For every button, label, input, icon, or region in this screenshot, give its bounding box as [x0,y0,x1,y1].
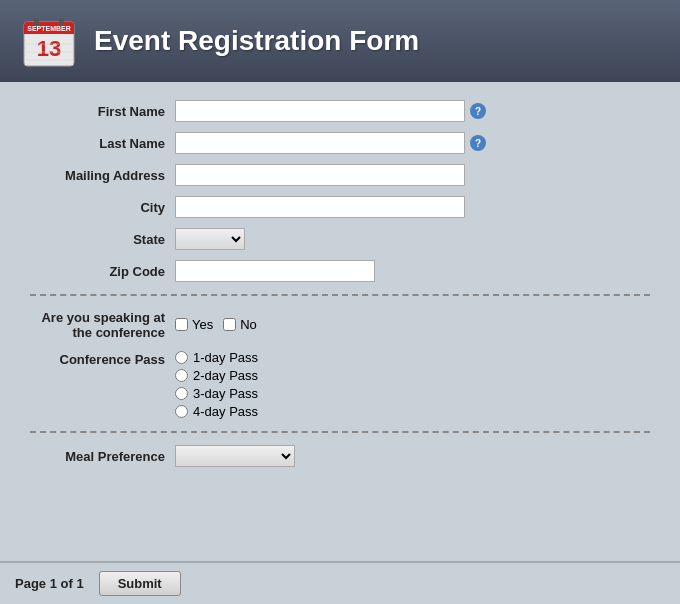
last-name-row: Last Name ? [30,132,650,154]
pass-1day-label[interactable]: 1-day Pass [175,350,258,365]
speaking-no-text: No [240,317,257,332]
city-row: City [30,196,650,218]
svg-text:SEPTEMBER: SEPTEMBER [27,25,71,32]
divider-2 [30,431,650,433]
conference-pass-row: Conference Pass 1-day Pass 2-day Pass 3-… [30,350,650,419]
speaking-yes-text: Yes [192,317,213,332]
pass-1day-text: 1-day Pass [193,350,258,365]
pass-3day-radio[interactable] [175,387,188,400]
state-select[interactable]: ALAKAZARCACOCTDEFLGAHIIDILINIAKSKYLAMEMD… [175,228,245,250]
calendar-icon: SEPTEMBER 13 [20,12,78,70]
meal-preference-row: Meal Preference VegetarianVeganStandardG… [30,445,650,467]
pass-4day-radio[interactable] [175,405,188,418]
conference-pass-label: Conference Pass [30,350,175,367]
zip-code-input[interactable] [175,260,375,282]
last-name-input[interactable] [175,132,465,154]
speaking-row: Are you speaking atthe conference Yes No [30,308,650,340]
pass-4day-text: 4-day Pass [193,404,258,419]
svg-text:13: 13 [37,36,61,61]
first-name-row: First Name ? [30,100,650,122]
page-footer: Page 1 of 1 Submit [0,561,680,604]
divider-1 [30,294,650,296]
submit-button[interactable]: Submit [99,571,181,596]
zip-code-label: Zip Code [30,264,175,279]
pass-1day-radio[interactable] [175,351,188,364]
pass-2day-label[interactable]: 2-day Pass [175,368,258,383]
page-title: Event Registration Form [94,25,419,57]
zip-code-row: Zip Code [30,260,650,282]
speaking-no-checkbox[interactable] [223,318,236,331]
mailing-address-label: Mailing Address [30,168,175,183]
conference-pass-radio-group: 1-day Pass 2-day Pass 3-day Pass 4-day P… [175,350,258,419]
last-name-label: Last Name [30,136,175,151]
pass-4day-label[interactable]: 4-day Pass [175,404,258,419]
page-info: Page 1 of 1 [15,576,84,591]
form-container: First Name ? Last Name ? Mailing Address… [0,82,680,561]
mailing-address-input[interactable] [175,164,465,186]
meal-preference-label: Meal Preference [30,449,175,464]
meal-preference-select[interactable]: VegetarianVeganStandardGluten-free [175,445,295,467]
pass-2day-radio[interactable] [175,369,188,382]
first-name-help-icon[interactable]: ? [470,103,486,119]
page-header: SEPTEMBER 13 Event Registration Form [0,0,680,82]
pass-3day-text: 3-day Pass [193,386,258,401]
pass-2day-text: 2-day Pass [193,368,258,383]
mailing-address-row: Mailing Address [30,164,650,186]
state-row: State ALAKAZARCACOCTDEFLGAHIIDILINIAKSKY… [30,228,650,250]
last-name-help-icon[interactable]: ? [470,135,486,151]
speaking-label: Are you speaking atthe conference [30,308,175,340]
first-name-input[interactable] [175,100,465,122]
speaking-yes-checkbox[interactable] [175,318,188,331]
speaking-checkbox-group: Yes No [175,317,257,332]
city-input[interactable] [175,196,465,218]
speaking-yes-label[interactable]: Yes [175,317,213,332]
speaking-no-label[interactable]: No [223,317,257,332]
state-label: State [30,232,175,247]
city-label: City [30,200,175,215]
pass-3day-label[interactable]: 3-day Pass [175,386,258,401]
first-name-label: First Name [30,104,175,119]
